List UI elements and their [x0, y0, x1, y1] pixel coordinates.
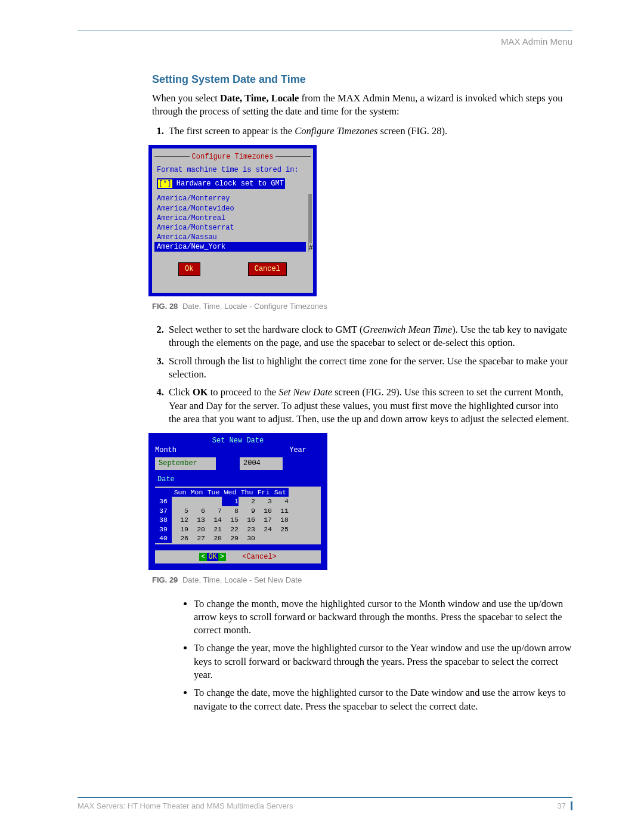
day[interactable]: 20: [188, 525, 205, 534]
day[interactable]: 23: [239, 525, 255, 534]
dow: Thu: [239, 488, 255, 497]
day[interactable]: 10: [255, 506, 272, 516]
content-body: When you select Date, Time, Locale from …: [152, 92, 572, 713]
day[interactable]: 24: [255, 525, 272, 534]
ok-button[interactable]: OK: [207, 553, 218, 561]
bullet-year: To change the year, move the highlighted…: [194, 642, 572, 682]
steps-list: The first screen to appear is the Config…: [152, 125, 572, 138]
day[interactable]: 17: [255, 515, 272, 525]
dow: Mon: [188, 488, 205, 497]
day[interactable]: 18: [272, 515, 289, 525]
date-label: Date: [157, 475, 175, 484]
ok-arrow-left-icon[interactable]: <: [199, 553, 207, 561]
tz-item-selected[interactable]: America/New_York: [154, 242, 306, 252]
day[interactable]: 19: [172, 525, 188, 534]
day[interactable]: 22: [222, 525, 239, 534]
step2-italic: Greenwich Mean Time: [363, 324, 452, 335]
tz-item[interactable]: America/Monterrey: [154, 194, 306, 203]
figure-28-caption: FIG. 28 Date, Time, Locale - Configure T…: [152, 301, 572, 312]
checkbox-label: Hardware clock set to GMT: [177, 179, 284, 188]
fig29-caption-label: FIG. 29: [152, 575, 178, 584]
fig28-caption-label: FIG. 28: [152, 302, 178, 311]
day[interactable]: 7: [205, 506, 222, 516]
day[interactable]: 6: [188, 506, 205, 516]
figure-28-title: Configure Timezones: [190, 152, 276, 162]
step4-b1: OK: [193, 386, 208, 398]
scrollbar[interactable]: [308, 194, 312, 252]
day[interactable]: 25: [272, 525, 289, 534]
document-page: MAX Admin Menu Setting System Date and T…: [0, 0, 644, 833]
sub-bullets: To change the month, move the highlighte…: [182, 597, 572, 713]
day[interactable]: 11: [272, 506, 289, 516]
day[interactable]: 5: [172, 506, 188, 516]
checkbox-marker: [*]: [158, 179, 172, 188]
day[interactable]: 26: [172, 534, 188, 543]
step1-post: screen (FIG. 28).: [377, 125, 447, 137]
cancel-button[interactable]: Cancel: [248, 262, 287, 275]
gmt-checkbox-row[interactable]: [*] Hardware clock set to GMT: [157, 178, 285, 189]
week-num: 37: [155, 506, 172, 516]
day-selected[interactable]: 1: [222, 497, 239, 506]
calendar-grid[interactable]: Sun Mon Tue Wed Thu Fri Sat 36 1 2 3 4 3…: [155, 487, 321, 544]
page-footer: MAX Servers: HT Home Theater and MMS Mul…: [78, 797, 572, 810]
fig28-caption-text: Date, Time, Locale - Configure Timezones: [182, 302, 327, 311]
day[interactable]: 15: [222, 515, 239, 525]
figure-28-terminal: Configure Timezones Format machine time …: [148, 145, 317, 296]
day[interactable]: 27: [188, 534, 205, 543]
step-2: Select wether to set the hardware clock …: [166, 323, 572, 350]
day[interactable]: 30: [239, 534, 255, 543]
step-4: Click OK to proceed to the Set New Date …: [166, 386, 572, 426]
ok-arrow-right-icon[interactable]: >: [218, 553, 226, 561]
intro-paragraph: When you select Date, Time, Locale from …: [152, 92, 572, 119]
day[interactable]: 9: [239, 506, 255, 516]
step-1: The first screen to appear is the Config…: [166, 125, 572, 138]
month-label: Month: [155, 445, 177, 455]
tz-item[interactable]: America/Montserrat: [154, 223, 306, 233]
day[interactable]: 21: [205, 525, 222, 534]
tz-item[interactable]: America/Montreal: [154, 213, 306, 223]
figure-28-button-row: Ok Cancel: [154, 262, 311, 275]
cancel-button[interactable]: <Cancel>: [242, 553, 277, 561]
timezone-list[interactable]: America/Monterrey America/Montevideo Ame…: [154, 194, 311, 252]
ok-button[interactable]: Ok: [178, 262, 200, 275]
day[interactable]: 14: [205, 515, 222, 525]
month-value[interactable]: September: [155, 457, 216, 469]
day[interactable]: 2: [239, 497, 255, 506]
tz-item[interactable]: America/Nassau: [154, 233, 306, 242]
day[interactable]: 12: [172, 515, 188, 525]
figure-28-title-row: Configure Timezones: [154, 152, 311, 162]
week-num: 40: [155, 534, 172, 543]
figure-29-caption: FIG. 29 Date, Time, Locale - Set New Dat…: [152, 575, 572, 586]
step1-italic: Configure Timezones: [295, 125, 377, 137]
day[interactable]: 8: [222, 506, 239, 516]
intro-pre: When you select: [152, 92, 220, 104]
intro-bold: Date, Time, Locale: [220, 92, 299, 104]
section-heading: Setting System Date and Time: [152, 73, 572, 86]
year-value[interactable]: 2004: [240, 457, 283, 469]
week-num: 36: [155, 497, 172, 506]
dow: Sat: [272, 488, 289, 497]
figure-28-inner: Configure Timezones Format machine time …: [152, 148, 313, 293]
fig29-caption-text: Date, Time, Locale - Set New Date: [182, 575, 302, 584]
bullet-month: To change the month, move the highlighte…: [194, 597, 572, 637]
day[interactable]: 13: [188, 515, 205, 525]
day[interactable]: 28: [205, 534, 222, 543]
dow: Fri: [255, 488, 272, 497]
figure-29-button-row: <OK> <Cancel>: [155, 550, 321, 563]
figure-28-format-label: Format machine time is stored in:: [157, 165, 308, 175]
week-num: 39: [155, 525, 172, 534]
figure-29-title: Set New Date: [151, 436, 324, 445]
header-rule: [78, 30, 572, 30]
step2-pre: Select wether to set the hardware clock …: [169, 324, 363, 335]
day[interactable]: 16: [239, 515, 255, 525]
step-3: Scroll through the list to highlight the…: [166, 355, 572, 382]
figure-29-terminal: Set New Date Month Year September 2004 D…: [148, 433, 327, 570]
day[interactable]: 29: [222, 534, 239, 543]
day[interactable]: 4: [272, 497, 289, 506]
dow: Tue: [205, 488, 222, 497]
step1-pre: The first screen to appear is the: [169, 125, 295, 137]
day[interactable]: 3: [255, 497, 272, 506]
steps-list-cont: Select wether to set the hardware clock …: [152, 323, 572, 426]
tz-item[interactable]: America/Montevideo: [154, 204, 306, 213]
week-num: 38: [155, 515, 172, 525]
